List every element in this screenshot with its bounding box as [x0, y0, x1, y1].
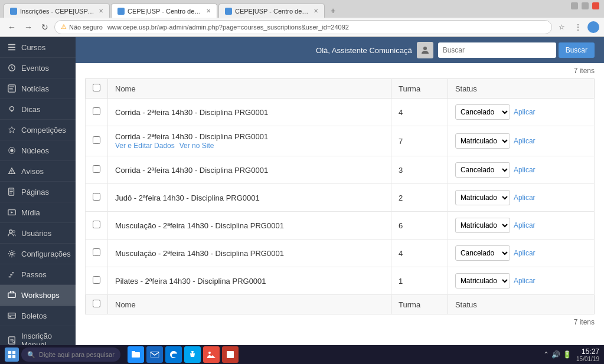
sidebar-item-midia[interactable]: Mídia — [0, 202, 76, 223]
row-checkbox-3[interactable] — [93, 193, 100, 201]
taskbar-search-bar[interactable]: 🔍 Digite aqui para pesquisar — [21, 347, 120, 362]
sidebar-item-paginas[interactable]: Páginas — [0, 182, 76, 202]
reload-btn[interactable]: ↻ — [38, 20, 52, 34]
svg-rect-32 — [8, 351, 11, 354]
minimize-btn[interactable] — [571, 2, 578, 9]
sidebar-label-configuracoes: Configurações — [21, 250, 71, 258]
svg-rect-1 — [8, 47, 15, 48]
row-name-text: Corrida - 2ªfeira 14h30 - Disciplina PRG… — [115, 166, 268, 175]
bookmark-btn[interactable]: ☆ — [554, 20, 569, 34]
url-bar[interactable]: ⚠ Não seguro www.cepe.usp.br/wp-admin/ad… — [54, 20, 552, 34]
tab-close-1[interactable]: ✕ — [99, 8, 103, 14]
row-checkbox-4[interactable] — [93, 221, 100, 228]
battery-icon[interactable]: 🔋 — [563, 350, 572, 359]
row-status-select-0[interactable]: CanceladoMatriculado — [455, 104, 510, 120]
svg-rect-26 — [9, 316, 12, 317]
sidebar-item-cursos[interactable]: Cursos — [0, 37, 76, 58]
header-turma: Turma — [391, 79, 448, 99]
row-status-select-1[interactable]: CanceladoMatriculado — [455, 133, 510, 149]
edit-link[interactable]: Ver e Editar Dados — [115, 142, 175, 150]
apply-link-0[interactable]: Aplicar — [514, 108, 536, 116]
sidebar-item-nucleos[interactable]: Núcleos — [0, 140, 76, 161]
taskbar-app-photos[interactable] — [203, 346, 220, 363]
svg-text:P: P — [228, 352, 231, 358]
row-checkbox-cell — [86, 156, 108, 184]
maximize-btn[interactable] — [582, 2, 589, 9]
row-checkbox-cell — [86, 267, 108, 295]
row-status-select-2[interactable]: CanceladoMatriculado — [455, 162, 510, 178]
table-row: Corrida - 2ªfeira 14h30 - Disciplina PRG… — [86, 156, 595, 184]
network-icon[interactable]: ⌃ — [543, 350, 549, 359]
svg-rect-16 — [10, 190, 13, 191]
site-link[interactable]: Ver no Site — [179, 142, 214, 150]
svg-rect-0 — [8, 44, 15, 45]
taskbar-left: 🔍 Digite aqui para pesquisar P — [5, 346, 239, 363]
row-checkbox-cell — [86, 126, 108, 156]
sidebar-item-avisos[interactable]: Avisos — [0, 161, 76, 182]
taskbar-time: 15:27 — [576, 347, 599, 356]
back-btn[interactable]: ← — [5, 20, 19, 34]
tab-3[interactable]: CEPE|USP - Centro de Práticas E... ✕ — [218, 4, 325, 18]
sidebar-item-usuarios[interactable]: Usuários — [0, 223, 76, 244]
data-table: Nome Turma Status Corrida - 2ªfeira 14h3… — [85, 78, 595, 314]
apply-link-3[interactable]: Aplicar — [514, 194, 536, 202]
tab-1[interactable]: Inscrições - CEPE|USP - Centro de ✕ — [4, 4, 110, 18]
profile-avatar[interactable] — [587, 21, 599, 33]
tab-favicon-3 — [225, 8, 232, 15]
apply-link-2[interactable]: Aplicar — [514, 166, 536, 174]
taskbar-app-edge[interactable] — [165, 346, 182, 363]
taskbar-clock[interactable]: 15:27 15/01/19 — [576, 347, 599, 362]
search-button[interactable]: Buscar — [559, 42, 595, 58]
tab-label-2: CEPE|USP - Centro de Práticas E... — [128, 8, 203, 15]
forward-btn[interactable]: → — [21, 20, 35, 34]
apply-link-5[interactable]: Aplicar — [514, 249, 536, 257]
courses-icon — [7, 42, 17, 52]
select-all-checkbox[interactable] — [93, 84, 100, 91]
sidebar-item-configuracoes[interactable]: Configurações — [0, 244, 76, 264]
row-checkbox-6[interactable] — [93, 276, 100, 284]
svg-point-11 — [10, 149, 13, 152]
tab-2[interactable]: CEPE|USP - Centro de Práticas E... ✕ — [111, 4, 217, 18]
row-checkbox-5[interactable] — [93, 248, 100, 256]
taskbar-app-store[interactable] — [184, 346, 201, 363]
row-checkbox-1[interactable] — [93, 136, 100, 144]
tab-close-2[interactable]: ✕ — [206, 8, 211, 14]
sidebar-label-paginas: Páginas — [21, 188, 49, 196]
sidebar-item-dicas[interactable]: Dicas — [0, 99, 76, 120]
sidebar-item-competicoes[interactable]: Competições — [0, 120, 76, 140]
tips-icon — [7, 104, 17, 114]
insecure-icon: ⚠ — [61, 23, 67, 31]
apply-link-6[interactable]: Aplicar — [514, 277, 536, 285]
row-checkbox-2[interactable] — [93, 165, 100, 173]
row-status-select-5[interactable]: CanceladoMatriculado — [455, 245, 510, 261]
main-header: Olá, Assistente Comunicaçã Buscar — [76, 37, 604, 63]
row-checkbox-0[interactable] — [93, 107, 100, 115]
sidebar-label-nucleos: Núcleos — [21, 146, 49, 155]
taskbar-app-powerpoint[interactable]: P — [222, 346, 239, 363]
sidebar-item-eventos[interactable]: Eventos — [0, 58, 76, 78]
apply-link-4[interactable]: Aplicar — [514, 221, 536, 229]
sidebar-item-noticias[interactable]: Notícias — [0, 78, 76, 99]
row-status-select-4[interactable]: CanceladoMatriculado — [455, 218, 510, 233]
sidebar-item-boletos[interactable]: Boletos — [0, 306, 76, 326]
sidebar-label-midia: Mídia — [21, 208, 40, 217]
row-checkbox-cell — [86, 240, 108, 267]
tab-close-3[interactable]: ✕ — [314, 8, 318, 14]
sidebar-item-passos[interactable]: Passos — [0, 264, 76, 285]
item-count-top: 7 itens — [85, 63, 595, 78]
close-btn[interactable] — [592, 2, 599, 9]
taskbar-app-explorer[interactable] — [128, 346, 144, 363]
new-tab-button[interactable]: + — [326, 4, 340, 18]
extensions-btn[interactable]: ⋮ — [571, 20, 585, 34]
row-status-select-6[interactable]: CanceladoMatriculado — [455, 273, 510, 288]
taskbar-app-mail[interactable] — [146, 346, 163, 363]
sidebar-item-inscricao-manual[interactable]: Inscrição Manual — [0, 326, 76, 345]
sidebar-item-workshops[interactable]: Workshops — [0, 285, 76, 306]
row-status-select-3[interactable]: CanceladoMatriculado — [455, 190, 510, 205]
volume-icon[interactable]: 🔊 — [551, 350, 560, 359]
footer-select-all-checkbox[interactable] — [93, 300, 100, 307]
apply-link-1[interactable]: Aplicar — [514, 137, 536, 145]
row-status-cell: CanceladoMatriculadoAplicar — [448, 126, 594, 156]
search-input[interactable] — [438, 42, 556, 58]
start-button[interactable] — [5, 347, 19, 362]
